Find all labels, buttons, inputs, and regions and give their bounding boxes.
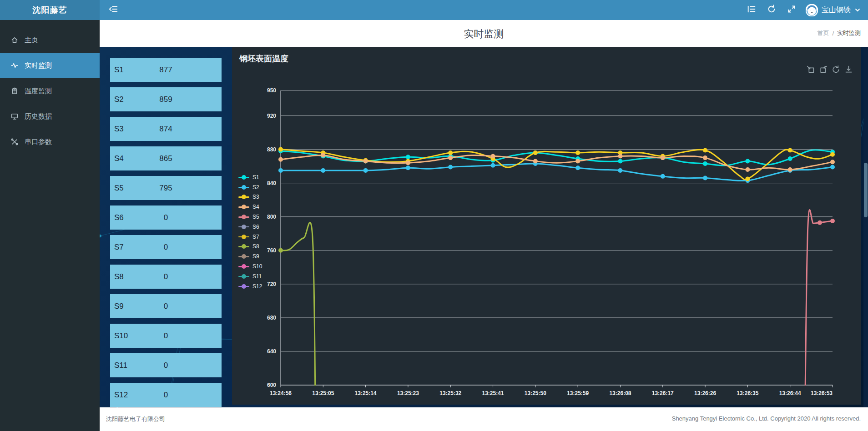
legend-marker <box>238 284 249 289</box>
x-axis-tick: 13:25:05 <box>312 390 334 396</box>
sensor-card-s1: S1877 <box>110 58 222 82</box>
sidebar-item-label: 历史数据 <box>25 112 52 121</box>
legend-item-s1[interactable]: S1 <box>238 172 262 182</box>
sensor-card-s12: S120 <box>110 383 222 407</box>
sensor-card-s9: S90 <box>110 294 222 318</box>
sidebar-item-serial[interactable]: 串口参数 <box>0 129 100 155</box>
x-axis-tick: 13:25:14 <box>355 390 377 396</box>
sensor-value: 795 <box>110 184 222 193</box>
footer-copyright: Shenyang Tengyi Electornic Co., Ltd. Cop… <box>672 415 861 422</box>
legend-marker <box>238 195 249 199</box>
app-logo[interactable]: 沈阳藤艺 <box>0 0 100 20</box>
y-axis-tick: 640 <box>267 348 276 355</box>
sensor-value: 0 <box>110 331 222 341</box>
legend-item-s2[interactable]: S2 <box>238 182 262 192</box>
monitor-icon <box>11 113 18 120</box>
sidebar-item-realtime[interactable]: 实时监测 <box>0 53 100 78</box>
chart-toolbox <box>806 65 853 74</box>
refresh-icon <box>767 4 777 16</box>
legend-marker <box>238 215 249 219</box>
user-menu[interactable]: 宝山钢铁 <box>803 4 863 16</box>
sensor-value: 865 <box>110 154 222 163</box>
fullscreen-icon <box>787 5 796 15</box>
legend-item-s4[interactable]: S4 <box>238 202 262 212</box>
sidebar-toggle-button[interactable] <box>103 0 123 20</box>
sidebar-item-temp[interactable]: 温度监测 <box>0 78 100 104</box>
user-name: 宝山钢铁 <box>822 5 851 15</box>
legend-item-s7[interactable]: S7 <box>238 232 262 242</box>
sensor-value: 0 <box>110 272 222 281</box>
legend-marker <box>238 254 249 259</box>
sensor-card-s11: S110 <box>110 353 222 377</box>
legend-label: S12 <box>252 283 262 290</box>
y-axis-tick: 840 <box>267 180 276 186</box>
page-header: 实时监测 首页 / 实时监测 <box>100 20 868 47</box>
sensor-card-s2: S2859 <box>110 87 222 111</box>
legend-marker <box>238 225 249 229</box>
home-icon <box>11 36 18 44</box>
footer-company: 沈阳藤艺电子有限公司 <box>106 415 165 423</box>
sidebar-item-home[interactable]: 主页 <box>0 27 100 53</box>
breadcrumb-current: 实时监测 <box>837 29 861 37</box>
series-s3 <box>278 147 835 181</box>
breadcrumb-home[interactable]: 首页 <box>817 29 829 37</box>
tools-icon <box>11 138 18 145</box>
chart-title: 钢坯表面温度 <box>239 53 288 64</box>
sensor-value: 0 <box>110 361 222 370</box>
scrollbar-thumb[interactable] <box>864 163 868 217</box>
series-s5 <box>805 210 835 405</box>
legend-item-s5[interactable]: S5 <box>238 212 262 222</box>
sidebar-item-label: 主页 <box>25 36 38 45</box>
menu-fold-icon <box>108 4 118 16</box>
caret-down-icon <box>854 7 861 13</box>
sensor-value: 0 <box>110 213 222 222</box>
page-title: 实时监测 <box>100 27 868 41</box>
zoom-box-icon[interactable] <box>806 65 815 74</box>
legend-label: S3 <box>252 194 259 200</box>
x-axis-tick: 13:25:41 <box>482 390 504 396</box>
activity-icon <box>11 62 18 69</box>
sensor-card-s3: S3874 <box>110 117 222 141</box>
legend-marker <box>238 264 249 269</box>
restore-box-icon[interactable] <box>819 65 828 74</box>
y-axis-tick: 950 <box>267 87 276 94</box>
sensor-card-s5: S5795 <box>110 176 222 200</box>
legend-item-s12[interactable]: S12 <box>238 281 262 291</box>
list-button[interactable] <box>743 0 760 20</box>
series-s8 <box>278 222 316 405</box>
legend-marker <box>238 235 249 239</box>
refresh-button[interactable] <box>763 0 780 20</box>
legend-label: S7 <box>252 234 259 240</box>
refresh-icon[interactable] <box>832 65 840 74</box>
download-icon[interactable] <box>844 65 853 74</box>
legend-item-s3[interactable]: S3 <box>238 192 262 202</box>
app-window: 沈阳藤艺 <box>0 0 868 431</box>
sidebar-item-label: 温度监测 <box>25 87 52 95</box>
x-axis-tick: 13:25:50 <box>525 390 546 396</box>
topbar-actions: 宝山钢铁 <box>743 0 863 20</box>
legend-item-s9[interactable]: S9 <box>238 251 262 261</box>
vertical-scrollbar[interactable] <box>863 47 868 407</box>
legend-item-s6[interactable]: S6 <box>238 222 262 232</box>
legend-label: S8 <box>252 243 259 250</box>
legend-label: S9 <box>252 253 259 260</box>
x-axis-tick: 13:26:17 <box>652 390 674 396</box>
legend-label: S2 <box>252 184 259 190</box>
y-axis-tick: 880 <box>267 146 276 153</box>
list-icon <box>747 4 757 16</box>
avatar <box>806 4 818 16</box>
legend-label: S1 <box>252 174 259 180</box>
chart-panel: 钢坯表面温度 S1S2S3S4S5S6S7S8S9S10S11S12 60064… <box>232 47 861 405</box>
topbar: 沈阳藤艺 <box>0 0 868 20</box>
sensor-card-s7: S70 <box>110 235 222 259</box>
legend-item-s8[interactable]: S8 <box>238 242 262 252</box>
y-axis-tick: 920 <box>267 113 276 119</box>
legend-item-s10[interactable]: S10 <box>238 261 262 271</box>
sidebar-item-history[interactable]: 历史数据 <box>0 104 100 129</box>
legend-marker <box>238 244 249 249</box>
fullscreen-button[interactable] <box>783 0 800 20</box>
sidebar-item-label: 实时监测 <box>25 61 52 70</box>
legend-item-s11[interactable]: S11 <box>238 271 262 281</box>
legend-marker <box>238 185 249 190</box>
legend-marker <box>238 175 249 180</box>
